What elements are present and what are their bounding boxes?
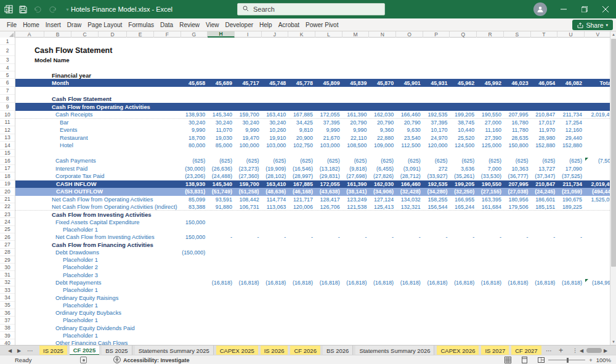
cell-H26[interactable]: - — [208, 233, 235, 241]
cell-K14[interactable]: 102,750 — [288, 142, 315, 150]
sheet-tab-cf-2027[interactable]: CF 2027 — [511, 346, 541, 355]
cell-Q13[interactable]: 25,520 — [450, 134, 477, 142]
cell-Q32[interactable]: (16,818) — [450, 279, 477, 286]
spreadsheet-grid[interactable]: ABCDEFGHIJKLMNOPQRSTUV 1Cash Flow Statem… — [0, 31, 610, 345]
cell-G11[interactable]: 30,240 — [181, 119, 208, 127]
cell-I26[interactable]: - — [235, 233, 262, 241]
cell-I13[interactable]: 19,470 — [235, 134, 262, 142]
zoom-level[interactable]: 100% — [596, 357, 611, 363]
cell-R14[interactable]: 125,000 — [477, 142, 504, 150]
cell-T13[interactable]: 28,980 — [531, 134, 558, 142]
row-label[interactable]: Restaurant — [60, 134, 87, 142]
cell-K18[interactable]: (28,997) — [288, 172, 315, 180]
row-label[interactable]: Placeholder 1 — [63, 226, 98, 233]
cell-U12[interactable]: 12,160 — [557, 126, 585, 134]
cell-J32[interactable]: (16,818) — [262, 279, 289, 286]
row-label[interactable]: Net Cash Flow from Operating Activities — [52, 196, 153, 203]
cell-P19[interactable]: 192,535 — [423, 180, 450, 188]
cell-G6[interactable]: 45,658 — [181, 79, 208, 87]
ribbon-tab-power-pivot[interactable]: Power Pivot — [302, 18, 341, 31]
cell-S17[interactable]: 10,363 — [504, 165, 531, 173]
row-label[interactable]: Fixed Assets Capital Expenditure — [55, 218, 139, 225]
cell-R16[interactable]: (625) — [477, 157, 504, 165]
cell-G18[interactable]: (23,206) — [181, 172, 208, 180]
cell-L16[interactable]: (625) — [315, 157, 342, 165]
cell-H6[interactable]: 45,689 — [208, 79, 235, 87]
row-label[interactable]: Model Name — [34, 56, 70, 64]
cell-J17[interactable]: (19,909) — [262, 165, 289, 173]
row-label[interactable]: CASH OUTFLOW — [56, 188, 103, 196]
row-header-38[interactable]: 38 — [0, 325, 15, 332]
cell-H18[interactable]: (24,488) — [208, 172, 235, 180]
row-label[interactable]: Placeholder 1 — [63, 332, 98, 339]
cell-O13[interactable]: 23,540 — [396, 134, 423, 142]
sheet-tab-cf-2025[interactable]: CF 2025 — [70, 346, 99, 355]
cell-G21[interactable]: 85,099 — [181, 196, 208, 203]
column-header-Q[interactable]: Q — [450, 31, 477, 38]
row-header-25[interactable]: 25 — [0, 226, 15, 233]
row-label[interactable]: Hotel — [60, 142, 73, 150]
cell-T19[interactable]: 210,847 — [531, 180, 558, 188]
new-sheet-button[interactable]: + — [559, 346, 563, 355]
row-header-19[interactable]: 19 — [0, 180, 15, 188]
cell-O14[interactable]: 112,500 — [396, 142, 423, 150]
cell-L32[interactable]: (16,818) — [315, 279, 342, 286]
cell-O11[interactable]: 20,790 — [396, 119, 423, 127]
row-header-35[interactable]: 35 — [0, 302, 15, 309]
cell-N12[interactable]: 9,360 — [369, 126, 396, 134]
sheet-tab-is-2027[interactable]: IS 2027 — [481, 346, 509, 355]
scroll-up-icon[interactable]: ▲ — [610, 31, 616, 38]
cell-N11[interactable]: 20,790 — [369, 119, 396, 127]
save-icon[interactable] — [18, 5, 28, 14]
cell-J16[interactable]: (625) — [262, 157, 289, 165]
cell-H14[interactable]: 85,000 — [208, 142, 235, 150]
cell-T18[interactable]: (37,347) — [531, 172, 558, 180]
tab-splitter-icon[interactable]: ⋮ — [572, 346, 578, 355]
cell-N26[interactable]: - — [369, 233, 396, 241]
column-header-P[interactable]: P — [423, 31, 450, 38]
row-header-32[interactable]: 32 — [0, 279, 15, 286]
column-header-S[interactable]: S — [504, 31, 531, 38]
cell-P18[interactable]: (33,927) — [423, 172, 450, 180]
cell-S26[interactable]: - — [504, 233, 531, 241]
cell-O19[interactable]: 166,460 — [396, 180, 423, 188]
row-label[interactable]: Placeholder 2 — [63, 264, 98, 271]
row-header-36[interactable]: 36 — [0, 309, 15, 317]
search-input[interactable]: Search — [237, 3, 385, 15]
cell-H16[interactable]: (625) — [208, 157, 235, 165]
cell-I19[interactable]: 159,700 — [235, 180, 262, 188]
sheet-nav-right-icon[interactable]: ▶ — [17, 346, 21, 355]
cell-M18[interactable]: (27,698) — [342, 172, 370, 180]
row-header-24[interactable]: 24 — [0, 218, 15, 225]
cell-G16[interactable]: (625) — [181, 157, 208, 165]
cell-U21[interactable]: 190,675 — [557, 196, 585, 203]
column-header-V[interactable]: V — [585, 31, 610, 38]
vertical-scrollbar[interactable]: ▲ ▼ — [610, 31, 616, 345]
row-label[interactable]: Placeholder 1 — [63, 317, 98, 324]
cell-U19[interactable]: 211,734 — [557, 180, 585, 188]
row-label[interactable]: Placeholder 1 — [63, 302, 98, 309]
row-label[interactable]: Corporate Tax Paid — [55, 172, 104, 180]
row-label[interactable]: Other Financing Cash Flows — [55, 339, 128, 345]
cell-M14[interactable]: 108,500 — [342, 142, 370, 150]
cell-G20[interactable]: (53,831) — [181, 188, 208, 196]
column-header-K[interactable]: K — [288, 31, 315, 38]
ribbon-tab-draw[interactable]: Draw — [64, 18, 84, 31]
sheet-tab-is-2025[interactable]: IS 2025 — [39, 346, 67, 355]
row-header-21[interactable]: 21 — [0, 196, 15, 203]
cell-M26[interactable]: - — [342, 233, 370, 241]
cell-H32[interactable]: (16,818) — [208, 279, 235, 286]
row-label[interactable]: Ordinary Equity Dividends Paid — [55, 325, 135, 332]
row-label[interactable]: Ordinary Equity Raisings — [55, 294, 118, 301]
row-label[interactable]: CASH INFLOW — [56, 180, 97, 188]
cell-H13[interactable]: 19,030 — [208, 134, 235, 142]
cell-S21[interactable]: 180,956 — [504, 196, 531, 203]
cell-G28[interactable]: (150,000) — [181, 249, 208, 256]
column-header-D[interactable]: D — [99, 31, 127, 38]
cell-K21[interactable]: 121,717 — [288, 196, 315, 203]
cell-T20[interactable]: (24,245) — [531, 188, 558, 196]
cell-K32[interactable]: (16,818) — [288, 279, 315, 286]
cell-H11[interactable]: 30,240 — [208, 119, 235, 127]
column-header-M[interactable]: M — [342, 31, 370, 38]
row-header-18[interactable]: 18 — [0, 172, 15, 180]
